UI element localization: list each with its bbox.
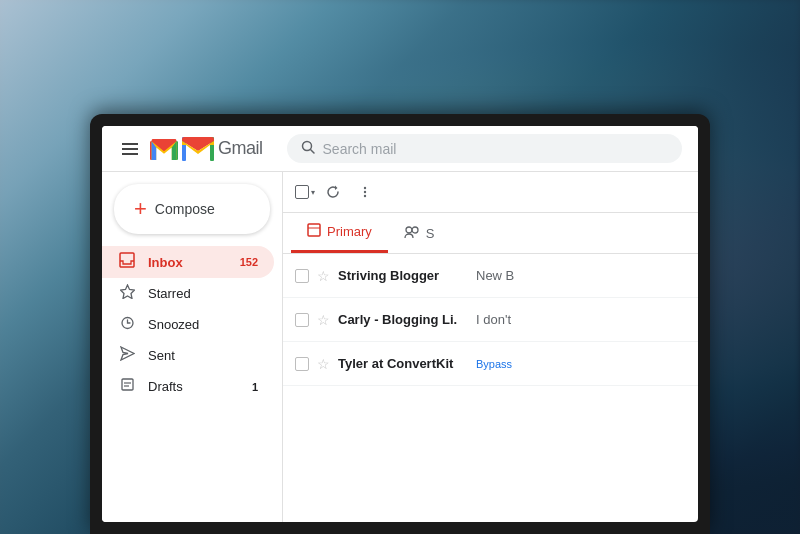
svg-rect-4 bbox=[210, 145, 214, 159]
email-sender-1: Striving Blogger bbox=[338, 268, 468, 283]
svg-rect-8 bbox=[120, 253, 134, 267]
inbox-label: Inbox bbox=[148, 255, 183, 270]
email-checkbox-2[interactable] bbox=[295, 313, 309, 327]
email-checkbox-3[interactable] bbox=[295, 357, 309, 371]
compose-button[interactable]: + Compose bbox=[114, 184, 270, 234]
refresh-button[interactable] bbox=[319, 178, 347, 206]
gmail-title: Gmail bbox=[218, 138, 263, 159]
inbox-icon bbox=[118, 252, 136, 272]
tab-primary[interactable]: Primary bbox=[291, 213, 388, 253]
laptop-frame: Gmail Search mail + Compose bbox=[90, 114, 710, 534]
primary-tab-label: Primary bbox=[327, 224, 372, 239]
svg-rect-19 bbox=[308, 224, 320, 236]
sidebar-item-sent[interactable]: Sent bbox=[102, 340, 274, 371]
svg-marker-11 bbox=[121, 347, 134, 360]
main-content: ▾ bbox=[282, 172, 698, 522]
send-icon bbox=[118, 346, 136, 365]
drafts-badge: 1 bbox=[252, 381, 258, 393]
inbox-badge: 152 bbox=[240, 256, 258, 268]
svg-point-16 bbox=[364, 187, 366, 189]
svg-line-7 bbox=[310, 150, 314, 154]
email-star-3[interactable]: ☆ bbox=[317, 356, 330, 372]
email-star-2[interactable]: ☆ bbox=[317, 312, 330, 328]
starred-label: Starred bbox=[148, 286, 191, 301]
email-sender-2: Carly - Blogging Li. bbox=[338, 312, 468, 327]
email-preview-2: I don't bbox=[476, 312, 686, 327]
sidebar-item-snoozed[interactable]: Snoozed bbox=[102, 309, 274, 340]
sidebar-item-drafts[interactable]: Drafts 1 bbox=[102, 371, 274, 402]
email-row[interactable]: ☆ Tyler at ConvertKit Bypass bbox=[283, 342, 698, 386]
svg-point-22 bbox=[412, 227, 418, 233]
svg-point-18 bbox=[364, 195, 366, 197]
svg-point-17 bbox=[364, 191, 366, 193]
sidebar-item-starred[interactable]: Starred bbox=[102, 278, 274, 309]
email-row[interactable]: ☆ Carly - Blogging Li. I don't bbox=[283, 298, 698, 342]
gmail-logo: Gmail bbox=[150, 137, 263, 161]
gmail-m-icon bbox=[150, 138, 178, 160]
email-badge-3: Bypass bbox=[476, 358, 512, 370]
sent-label: Sent bbox=[148, 348, 175, 363]
svg-rect-5 bbox=[182, 145, 186, 159]
svg-rect-12 bbox=[122, 379, 133, 390]
tabs-row: Primary S bbox=[283, 213, 698, 254]
sidebar: + Compose Inbox 152 bbox=[102, 172, 282, 522]
more-options-button[interactable] bbox=[351, 178, 379, 206]
gmail-header: Gmail Search mail bbox=[102, 126, 698, 172]
gmail-logo-svg bbox=[182, 137, 214, 161]
email-sender-3: Tyler at ConvertKit bbox=[338, 356, 468, 371]
sidebar-item-inbox[interactable]: Inbox 152 bbox=[102, 246, 274, 278]
email-preview-1: New B bbox=[476, 268, 686, 283]
menu-button[interactable] bbox=[118, 139, 142, 159]
email-checkbox-1[interactable] bbox=[295, 269, 309, 283]
primary-tab-icon bbox=[307, 223, 321, 240]
search-icon bbox=[301, 140, 315, 157]
social-tab-label: S bbox=[426, 226, 435, 241]
search-placeholder: Search mail bbox=[323, 141, 397, 157]
toolbar: ▾ bbox=[283, 172, 698, 213]
tab-social[interactable]: S bbox=[388, 215, 451, 252]
search-bar[interactable]: Search mail bbox=[287, 134, 682, 163]
compose-label: Compose bbox=[155, 201, 215, 217]
drafts-icon bbox=[118, 377, 136, 396]
gmail-body: + Compose Inbox 152 bbox=[102, 172, 698, 522]
drafts-label: Drafts bbox=[148, 379, 183, 394]
screen: Gmail Search mail + Compose bbox=[102, 126, 698, 522]
email-row[interactable]: ☆ Striving Blogger New B bbox=[283, 254, 698, 298]
clock-icon bbox=[118, 315, 136, 334]
snoozed-label: Snoozed bbox=[148, 317, 199, 332]
star-icon bbox=[118, 284, 136, 303]
svg-marker-15 bbox=[335, 186, 338, 191]
email-star-1[interactable]: ☆ bbox=[317, 268, 330, 284]
svg-point-21 bbox=[406, 227, 412, 233]
svg-marker-9 bbox=[120, 285, 134, 299]
social-tab-icon bbox=[404, 225, 420, 242]
email-list: ☆ Striving Blogger New B ☆ Carly - Blogg… bbox=[283, 254, 698, 522]
chevron-down-icon: ▾ bbox=[311, 188, 315, 197]
checkbox-square bbox=[295, 185, 309, 199]
select-all-checkbox[interactable]: ▾ bbox=[295, 185, 315, 199]
compose-plus-icon: + bbox=[134, 198, 147, 220]
